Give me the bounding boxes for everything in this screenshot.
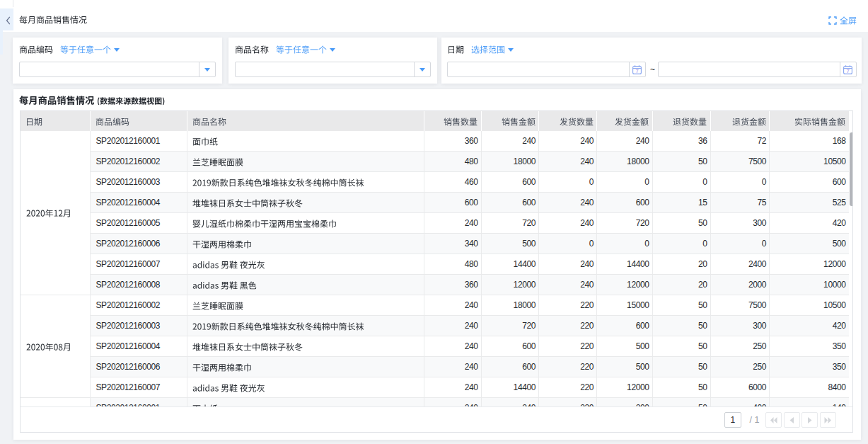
svg-text:7: 7 <box>635 68 638 74</box>
svg-text:7: 7 <box>846 68 849 74</box>
